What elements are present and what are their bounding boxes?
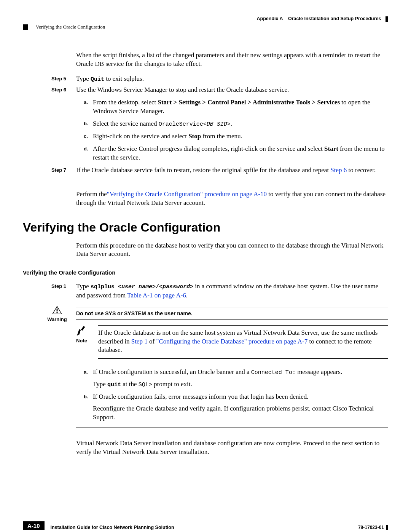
warning-label: Warning bbox=[45, 316, 69, 322]
step6c: Right-click on the service and select St… bbox=[93, 132, 388, 141]
svg-marker-4 bbox=[78, 329, 81, 335]
svg-marker-5 bbox=[81, 326, 85, 330]
note-pencil-icon bbox=[76, 325, 88, 336]
warning-block: Warning Do not use SYS or SYSTEM as the … bbox=[45, 305, 388, 323]
step6d: After the Service Control progress dialo… bbox=[93, 145, 388, 162]
link-step1[interactable]: Step 1 bbox=[131, 338, 148, 345]
appendix-label: Appendix A bbox=[257, 16, 283, 21]
step5-body: Type Quit to exit sqlplus. bbox=[76, 75, 388, 83]
note-label: Note bbox=[76, 338, 91, 343]
step6-body: Use the Windows Service Manager to stop … bbox=[76, 86, 388, 94]
link-verify-proc[interactable]: "Verifying the Oracle Configuration" pro… bbox=[107, 190, 267, 198]
svg-point-3 bbox=[56, 312, 57, 313]
link-step6[interactable]: Step 6 bbox=[330, 166, 347, 174]
sec2-step-a: If Oracle configuration is successful, a… bbox=[93, 368, 388, 389]
link-table-a1[interactable]: Table A-1 on page A-6 bbox=[127, 292, 186, 299]
step5-label: Step 5 bbox=[51, 75, 76, 83]
sec2-sub-a: a. bbox=[84, 368, 93, 389]
section-intro: Perform this procedure on the database h… bbox=[76, 241, 388, 259]
step7-label: Step 7 bbox=[51, 166, 76, 175]
sec2-step-b: If Oracle configuration fails, error mes… bbox=[93, 393, 388, 422]
warning-text: Do not use SYS or SYSTEM as the user nam… bbox=[76, 310, 388, 316]
continuation-intro: When the script finishes, a list of the … bbox=[76, 30, 388, 72]
sec2-step1-label: Step 1 bbox=[51, 282, 76, 300]
step6b: Select the service named OracleService<D… bbox=[93, 120, 388, 128]
sub-c: c. bbox=[84, 132, 93, 141]
footer-guide-title: Installation Guide for Cisco Network Pla… bbox=[45, 523, 335, 530]
procedure-subhead: Verifying the Oracle Configuration bbox=[23, 269, 388, 276]
closing-paragraph: Virtual Network Data Server installation… bbox=[76, 439, 388, 457]
sub-a: a. bbox=[84, 98, 93, 116]
step7-body: If the Oracle database service fails to … bbox=[76, 166, 388, 175]
sec2-step1-body: Type sqlplus <user name>/<password> in a… bbox=[76, 282, 388, 300]
page-number: A-10 bbox=[23, 521, 45, 530]
sub-d: d. bbox=[84, 145, 93, 162]
section-header-row: Verifying the Oracle Configuration bbox=[23, 24, 388, 30]
link-config-oracle[interactable]: "Configuring the Oracle Database" proced… bbox=[156, 338, 308, 345]
doc-number: 78-17023-01 bbox=[358, 525, 384, 530]
appendix-title: Oracle Installation and Setup Procedures bbox=[288, 16, 381, 21]
page-header: Appendix A Oracle Installation and Setup… bbox=[23, 16, 388, 22]
divider-end bbox=[76, 427, 388, 428]
section-title: Verifying the Oracle Configuration bbox=[23, 220, 388, 235]
note-block: Note If the Oracle database is not on th… bbox=[76, 325, 388, 362]
step6-label: Step 6 bbox=[51, 86, 76, 94]
divider bbox=[76, 279, 388, 279]
warning-icon bbox=[52, 305, 62, 315]
sub-b: b. bbox=[84, 120, 93, 128]
step6a: From the desktop, select Start > Setting… bbox=[93, 98, 388, 116]
page-footer: A-10 Installation Guide for Cisco Networ… bbox=[23, 521, 388, 530]
header-square-icon bbox=[23, 24, 28, 30]
perform-paragraph: Perform the"Verifying the Oracle Configu… bbox=[76, 190, 388, 208]
sec2-sub-b: b. bbox=[84, 393, 93, 422]
footer-tick-icon bbox=[386, 525, 388, 530]
section-name: Verifying the Oracle Configuration bbox=[36, 24, 105, 30]
